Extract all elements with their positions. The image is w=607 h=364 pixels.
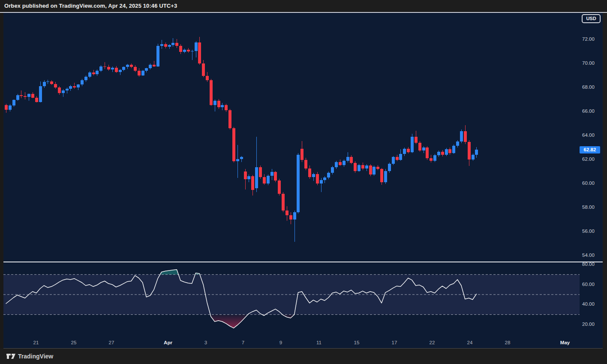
last-price-label: 62.82 — [580, 146, 600, 153]
candle — [472, 155, 475, 159]
left-frame — [0, 13, 3, 348]
candle — [5, 105, 8, 110]
candle — [251, 176, 254, 190]
candle — [308, 168, 311, 177]
candle — [380, 169, 383, 182]
price-tick-label: 66.00 — [582, 108, 595, 114]
candle — [422, 147, 425, 150]
candle — [39, 86, 42, 102]
price-tick-label: 70.00 — [582, 60, 595, 66]
candle — [160, 44, 163, 46]
rsi-tick-label: 40.00 — [582, 301, 595, 307]
candle — [16, 95, 19, 100]
time-tick-label: May — [560, 340, 570, 345]
candle — [69, 86, 72, 89]
candle — [247, 176, 250, 179]
candle — [343, 161, 346, 165]
candle — [24, 96, 27, 97]
candle — [217, 101, 220, 107]
time-tick-label: 3 — [204, 340, 207, 345]
candle — [373, 167, 376, 174]
time-tick-label: Apr — [164, 340, 172, 345]
price-tick-label: 62.00 — [582, 156, 595, 162]
candle — [20, 95, 23, 96]
candle — [58, 87, 61, 93]
candle — [119, 70, 122, 72]
publication-title: Orbex published on TradingView.com, Apr … — [4, 0, 177, 12]
candle — [225, 105, 228, 111]
time-tick-label: 27 — [109, 340, 114, 345]
right-frame — [603, 13, 607, 349]
time-tick-label: 15 — [354, 340, 360, 345]
candle — [153, 65, 156, 66]
candle — [12, 100, 15, 105]
candle — [297, 155, 300, 212]
candle — [270, 172, 273, 175]
tradingview-logo-icon[interactable] — [6, 352, 16, 360]
candle — [263, 177, 266, 184]
rsi-tick-label: 20.00 — [582, 322, 595, 327]
candle — [304, 160, 307, 168]
candle — [92, 72, 95, 74]
tradingview-brand[interactable]: TradingView — [18, 349, 53, 364]
candle — [88, 72, 91, 77]
currency-badge[interactable]: USD — [582, 14, 601, 23]
rsi-indicator-pane[interactable] — [3, 262, 580, 337]
candle — [111, 68, 114, 69]
candle — [134, 67, 137, 70]
time-tick-label: 11 — [316, 340, 322, 345]
candle — [54, 84, 57, 87]
candle — [126, 65, 129, 67]
candle — [365, 165, 368, 168]
candle — [81, 80, 84, 84]
candle — [84, 77, 87, 80]
candle — [323, 177, 326, 180]
candle — [388, 164, 391, 171]
candle — [430, 158, 433, 161]
candle — [415, 137, 418, 143]
candle — [361, 165, 364, 168]
candle — [460, 131, 463, 141]
time-tick-label: 24 — [467, 340, 473, 345]
candle — [255, 167, 258, 188]
candle — [339, 162, 342, 165]
candle — [358, 165, 361, 171]
candle — [73, 86, 76, 87]
candle — [240, 157, 243, 159]
main-price-pane[interactable] — [3, 13, 580, 262]
candle — [50, 81, 53, 84]
candle — [202, 63, 205, 76]
candle — [171, 43, 174, 45]
candles-group — [5, 37, 478, 241]
candle — [130, 65, 133, 67]
tradingview-snapshot: Orbex published on TradingView.com, Apr … — [0, 0, 607, 364]
time-tick-label: 22 — [430, 340, 435, 345]
candle — [411, 137, 414, 152]
candle — [244, 171, 247, 179]
candle — [456, 141, 459, 146]
time-tick-label: 17 — [392, 340, 397, 345]
candle — [35, 98, 38, 102]
candle — [445, 149, 448, 155]
candle — [312, 174, 315, 177]
snapshot-footer: TradingView — [0, 349, 607, 364]
candle — [399, 154, 402, 160]
candle — [285, 211, 288, 215]
candle — [289, 215, 292, 220]
candle — [350, 157, 353, 163]
candle — [156, 46, 159, 66]
candle — [168, 45, 171, 47]
candle — [179, 46, 182, 52]
candle — [384, 171, 387, 183]
candle — [122, 67, 125, 70]
candle — [9, 105, 12, 110]
candle — [316, 174, 319, 184]
price-tick-label: 64.00 — [582, 132, 595, 138]
candle — [236, 159, 239, 162]
candle — [96, 71, 99, 74]
candle — [43, 82, 46, 86]
price-tick-label: 72.00 — [582, 36, 595, 42]
price-tick-label: 60.00 — [582, 180, 595, 186]
candle — [107, 67, 110, 69]
candle — [282, 194, 285, 211]
